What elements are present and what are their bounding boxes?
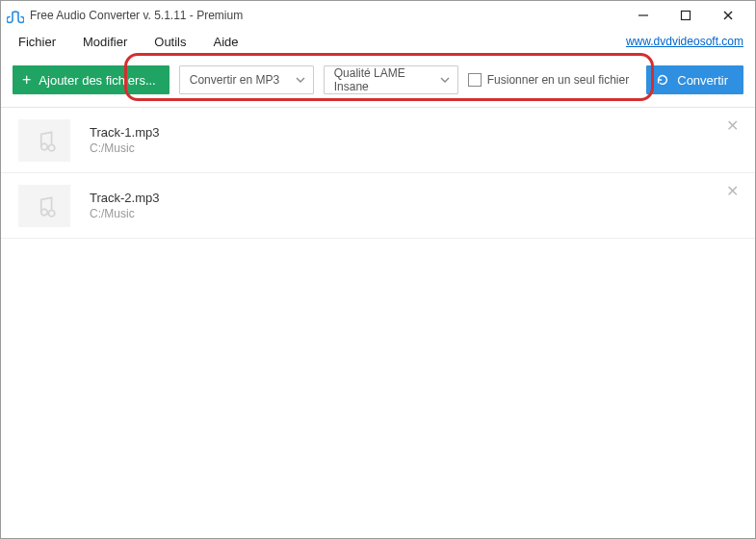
merge-checkbox[interactable]: Fusionner en un seul fichier bbox=[468, 73, 629, 87]
titlebar: Free Audio Converter v. 5.1.11 - Premium bbox=[1, 1, 755, 30]
window-title: Free Audio Converter v. 5.1.11 - Premium bbox=[30, 9, 622, 22]
menu-file[interactable]: Fichier bbox=[18, 35, 56, 49]
menu-edit[interactable]: Modifier bbox=[83, 35, 127, 49]
svg-rect-1 bbox=[682, 12, 691, 20]
remove-file-button[interactable]: ✕ bbox=[722, 181, 742, 200]
plus-icon: + bbox=[22, 72, 31, 88]
add-files-label: Ajouter des fichiers... bbox=[39, 73, 155, 88]
window-controls bbox=[622, 2, 749, 29]
vendor-link[interactable]: www.dvdvideosoft.com bbox=[626, 35, 743, 48]
format-dropdown[interactable]: Convertir en MP3 bbox=[179, 65, 314, 94]
list-item[interactable]: Track-2.mp3 C:/Music ✕ bbox=[1, 173, 755, 239]
chevron-down-icon bbox=[440, 75, 450, 85]
file-path: C:/Music bbox=[90, 141, 738, 155]
file-name: Track-2.mp3 bbox=[90, 191, 738, 205]
checkbox-icon bbox=[468, 73, 482, 87]
file-info: Track-1.mp3 C:/Music bbox=[90, 125, 738, 155]
close-icon: ✕ bbox=[726, 182, 739, 200]
add-files-button[interactable]: + Ajouter des fichiers... bbox=[13, 65, 169, 94]
chevron-down-icon bbox=[296, 75, 305, 85]
audio-file-icon bbox=[18, 119, 70, 162]
format-label: Convertir en MP3 bbox=[190, 73, 279, 87]
toolbar: + Ajouter des fichiers... Convertir en M… bbox=[13, 61, 743, 103]
merge-label: Fusionner en un seul fichier bbox=[487, 73, 629, 87]
close-icon: ✕ bbox=[726, 116, 739, 135]
refresh-icon bbox=[656, 73, 669, 87]
menubar: Fichier Modifier Outils Aide www.dvdvide… bbox=[1, 30, 755, 53]
file-info: Track-2.mp3 C:/Music bbox=[90, 191, 738, 220]
file-list: Track-1.mp3 C:/Music ✕ Track-2.mp3 C:/Mu… bbox=[1, 108, 755, 239]
maximize-button[interactable] bbox=[665, 2, 707, 29]
quality-label: Qualité LAME Insane bbox=[334, 66, 440, 93]
audio-file-icon bbox=[18, 185, 70, 227]
list-item[interactable]: Track-1.mp3 C:/Music ✕ bbox=[1, 108, 755, 173]
minimize-button[interactable] bbox=[622, 2, 665, 29]
convert-label: Convertir bbox=[677, 73, 728, 88]
convert-button[interactable]: Convertir bbox=[646, 65, 743, 94]
remove-file-button[interactable]: ✕ bbox=[722, 116, 742, 135]
close-button[interactable] bbox=[707, 2, 749, 29]
menu-tools[interactable]: Outils bbox=[154, 35, 186, 49]
quality-dropdown[interactable]: Qualité LAME Insane bbox=[324, 65, 458, 94]
app-icon bbox=[7, 7, 24, 24]
menu-help[interactable]: Aide bbox=[214, 35, 239, 49]
file-path: C:/Music bbox=[90, 207, 738, 220]
file-name: Track-1.mp3 bbox=[90, 125, 738, 140]
